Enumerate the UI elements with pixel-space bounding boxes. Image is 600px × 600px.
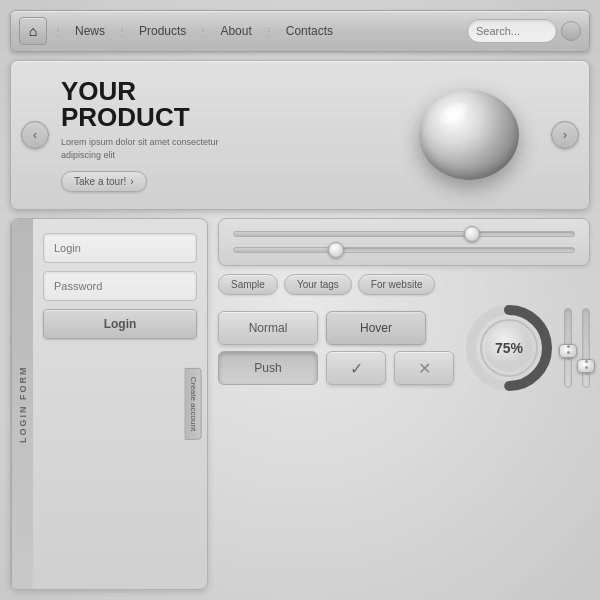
v-slider-dots-1	[560, 345, 576, 360]
nav-item-news[interactable]: News	[69, 20, 111, 42]
v-slider-1-container	[564, 308, 572, 388]
v-slider-dots-2	[578, 360, 594, 375]
v-dot	[567, 345, 570, 348]
hover-button[interactable]: Hover	[326, 311, 426, 345]
cross-button[interactable]: ✕	[394, 351, 454, 385]
hero-product-image	[409, 80, 529, 190]
slider-1[interactable]	[233, 231, 575, 237]
login-panel: LOGIN FORM Login Create account	[10, 218, 208, 590]
login-form-label: LOGIN FORM	[11, 219, 33, 589]
search-area	[467, 19, 581, 43]
circle-label: 75%	[495, 340, 523, 356]
v-slider-2-container	[582, 308, 590, 388]
password-input[interactable]	[43, 271, 197, 301]
hero-banner: ‹ YOUR PRODUCT Lorem ipsum dolor sit ame…	[10, 60, 590, 210]
login-button[interactable]: Login	[43, 309, 197, 339]
tag-your-tags[interactable]: Your tags	[284, 274, 352, 295]
home-button[interactable]: ⌂	[19, 17, 47, 45]
nav-sep-3: ⋮	[198, 26, 208, 37]
circle-progress: 75%	[464, 303, 554, 393]
tags-section: Sample Your tags For website	[218, 274, 590, 295]
btn-row-2: Push ✓ ✕	[218, 351, 454, 385]
tag-sample[interactable]: Sample	[218, 274, 278, 295]
v-dot	[567, 351, 570, 354]
navbar: ⌂ ⋮ News ⋮ Products ⋮ About ⋮ Contacts	[10, 10, 590, 52]
login-form-inner: Login Create account	[33, 219, 207, 589]
right-panel: Sample Your tags For website Normal Hove…	[218, 218, 590, 590]
search-button[interactable]	[561, 21, 581, 41]
nav-item-contacts[interactable]: Contacts	[280, 20, 339, 42]
hero-prev-button[interactable]: ‹	[21, 121, 49, 149]
btn-row-1: Normal Hover	[218, 311, 454, 345]
login-input[interactable]	[43, 233, 197, 263]
slider-1-thumb[interactable]	[464, 226, 480, 242]
v-dot	[585, 366, 588, 369]
hero-cta-button[interactable]: Take a tour! ›	[61, 171, 147, 192]
nav-sep-1: ⋮	[53, 26, 63, 37]
v-slider-1[interactable]	[564, 308, 572, 388]
product-sphere	[419, 90, 519, 180]
nav-sep-4: ⋮	[264, 26, 274, 37]
nav-item-products[interactable]: Products	[133, 20, 192, 42]
check-button[interactable]: ✓	[326, 351, 386, 385]
tag-for-website[interactable]: For website	[358, 274, 436, 295]
nav-sep-2: ⋮	[117, 26, 127, 37]
v-dot	[585, 360, 588, 363]
create-account-tab[interactable]: Create account	[184, 368, 201, 440]
v-dot	[567, 357, 570, 360]
nav-item-about[interactable]: About	[214, 20, 257, 42]
controls-row: Normal Hover Push ✓ ✕	[218, 303, 590, 393]
slider-2-thumb[interactable]	[328, 242, 344, 258]
normal-button[interactable]: Normal	[218, 311, 318, 345]
slider-2[interactable]	[233, 247, 575, 253]
v-dot	[585, 372, 588, 375]
button-rows: Normal Hover Push ✓ ✕	[218, 311, 454, 385]
search-input[interactable]	[467, 19, 557, 43]
bottom-section: LOGIN FORM Login Create account Sample Y…	[10, 218, 590, 590]
push-button[interactable]: Push	[218, 351, 318, 385]
vertical-sliders	[564, 308, 590, 388]
v-slider-1-thumb[interactable]	[559, 344, 577, 358]
hero-next-button[interactable]: ›	[551, 121, 579, 149]
hero-subtitle: Lorem ipsum dolor sit amet consectetur a…	[61, 136, 261, 161]
v-slider-2[interactable]	[582, 308, 590, 388]
sliders-section	[218, 218, 590, 266]
v-slider-2-thumb[interactable]	[577, 359, 595, 373]
